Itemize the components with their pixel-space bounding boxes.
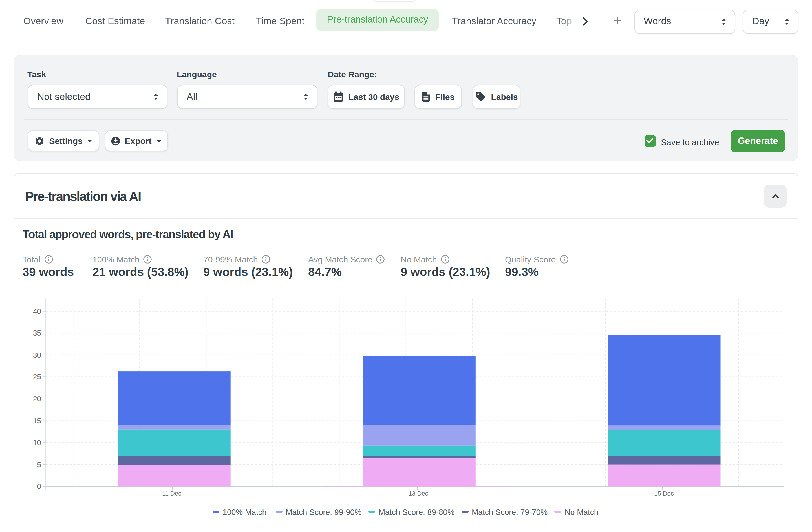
svg-text:20: 20 bbox=[33, 394, 41, 403]
svg-text:0: 0 bbox=[37, 482, 41, 491]
svg-text:5: 5 bbox=[37, 460, 41, 469]
svg-text:15 Dec: 15 Dec bbox=[654, 490, 674, 497]
svg-text:10: 10 bbox=[33, 438, 41, 447]
svg-text:30: 30 bbox=[33, 351, 41, 359]
svg-text:13 Dec: 13 Dec bbox=[408, 490, 428, 497]
svg-text:11 Dec: 11 Dec bbox=[162, 490, 181, 497]
svg-text:40: 40 bbox=[33, 307, 41, 316]
svg-text:25: 25 bbox=[33, 373, 41, 381]
svg-text:15: 15 bbox=[33, 417, 41, 425]
svg-text:35: 35 bbox=[33, 329, 41, 337]
